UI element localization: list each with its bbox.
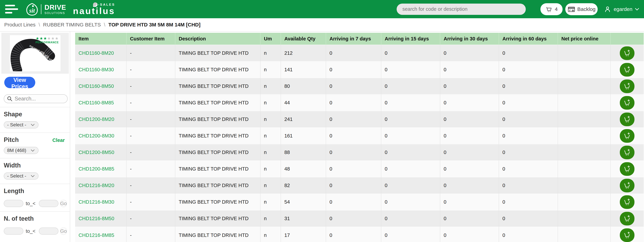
add-to-cart-button[interactable] (620, 96, 634, 110)
backlog-card-icon (568, 5, 575, 13)
filter-search-input[interactable] (15, 96, 62, 102)
table-row: CHD1160-8M50 - TIMING BELT TOP DRIVE HTD… (75, 78, 644, 95)
net-price-cell (558, 177, 610, 194)
user-menu[interactable]: egarden (604, 6, 639, 13)
length-min-input[interactable] (4, 200, 23, 207)
item-code-link[interactable]: CHD1160-8M85 (78, 100, 114, 105)
add-to-cart-button[interactable] (620, 146, 634, 159)
arriving-60-cell: 0 (499, 210, 558, 227)
length-go-button[interactable]: Go (60, 200, 67, 207)
net-price-cell (558, 95, 610, 111)
col-available-qty: Available Qty (281, 33, 326, 45)
description-cell: TIMING BELT TOP DRIVE HTD (175, 45, 260, 61)
teeth-label: N. of teeth (4, 215, 34, 222)
available-qty-cell: 17 (281, 227, 326, 242)
item-code-link[interactable]: CHD1160-8M50 (78, 83, 114, 89)
filter-search-box[interactable] (4, 94, 68, 103)
net-price-cell (558, 194, 610, 210)
available-qty-cell: 31 (281, 210, 326, 227)
item-code-link[interactable]: CHD1200-8M50 (78, 150, 114, 155)
width-label: Width (4, 162, 21, 169)
net-price-cell (558, 144, 610, 161)
add-to-cart-button[interactable] (620, 129, 634, 143)
shape-select[interactable]: - Select - (4, 121, 38, 128)
arriving-15-cell: 0 (381, 144, 440, 161)
description-cell: TIMING BELT TOP DRIVE HTD (175, 95, 260, 111)
filter-section-pitch: Pitch Clear 8M (468) (0, 132, 70, 158)
add-to-cart-button[interactable] (620, 179, 634, 192)
arriving-60-cell: 0 (499, 45, 558, 61)
item-code-link[interactable]: CHD1216-8M20 (78, 183, 114, 188)
arriving-7-cell: 0 (326, 128, 381, 144)
arriving-60-cell: 0 (499, 194, 558, 210)
product-table-area: Item Customer Item Description Um Availa… (70, 32, 644, 242)
breadcrumb-category[interactable]: RUBBER TIMING BELTS (43, 22, 101, 28)
customer-item-cell: - (126, 177, 175, 194)
arriving-7-cell: 0 (326, 177, 381, 194)
filter-section-length: Length to_< Go (0, 184, 70, 211)
pitch-clear-link[interactable]: Clear (52, 137, 65, 143)
arriving-30-cell: 0 (440, 177, 499, 194)
hamburger-menu-icon[interactable] (5, 5, 19, 14)
search-input[interactable] (396, 4, 526, 15)
table-row: CHD1200-8M30 - TIMING BELT TOP DRIVE HTD… (75, 128, 644, 144)
arriving-30-cell: 0 (440, 45, 499, 61)
teeth-min-input[interactable] (4, 227, 23, 235)
available-qty-cell: 88 (281, 144, 326, 161)
arriving-60-cell: 0 (499, 78, 558, 95)
breadcrumb-product-lines[interactable]: Product Lines (4, 22, 36, 28)
cart-plus-icon (623, 65, 632, 74)
item-code-link[interactable]: CHD1160-8M20 (78, 50, 114, 56)
item-code-link[interactable]: CHD1200-8M30 (78, 133, 114, 138)
description-cell: TIMING BELT TOP DRIVE HTD (175, 111, 260, 128)
width-select[interactable]: - Select - (4, 172, 38, 180)
backlog-label: Backlog (578, 6, 596, 12)
add-to-cart-button[interactable] (620, 195, 634, 209)
teeth-go-button[interactable]: Go (60, 227, 67, 235)
cart-plus-icon (623, 115, 632, 124)
table-row: CHD1216-8M50 - TIMING BELT TOP DRIVE HTD… (75, 210, 644, 227)
arriving-30-cell: 0 (440, 227, 499, 242)
add-to-cart-button[interactable] (620, 113, 634, 126)
net-price-cell (558, 227, 610, 242)
add-to-cart-button[interactable] (620, 162, 634, 176)
cart-button[interactable]: 4 (540, 3, 562, 15)
performance-stars: ★★★★★★ (36, 36, 59, 41)
teeth-max-input[interactable] (39, 227, 58, 235)
item-code-link[interactable]: CHD1216-8M50 (78, 216, 114, 221)
breadcrumb-separator: \ (104, 22, 105, 28)
net-price-cell (558, 128, 610, 144)
user-icon (604, 6, 611, 13)
length-max-input[interactable] (39, 200, 58, 207)
arriving-15-cell: 0 (381, 161, 440, 177)
arriving-60-cell: 0 (499, 227, 558, 242)
um-cell: n (260, 45, 281, 61)
item-code-link[interactable]: CHD1216-8M85 (78, 232, 114, 238)
cart-plus-icon (623, 49, 632, 58)
add-to-cart-button[interactable] (620, 228, 634, 242)
add-to-cart-button[interactable] (620, 80, 634, 93)
add-to-cart-button[interactable] (620, 46, 634, 60)
backlog-button[interactable]: Backlog (565, 3, 598, 15)
pitch-select[interactable]: 8M (468) (4, 147, 38, 154)
cart-plus-icon (623, 131, 632, 140)
filter-section-width: Width - Select - (0, 158, 70, 184)
net-price-cell (558, 111, 610, 128)
description-cell: TIMING BELT TOP DRIVE HTD (175, 61, 260, 78)
arriving-7-cell: 0 (326, 227, 381, 242)
available-qty-cell: 48 (281, 161, 326, 177)
item-code-link[interactable]: CHD1160-8M30 (78, 67, 114, 72)
item-code-link[interactable]: CHD1200-8M85 (78, 166, 114, 172)
add-to-cart-button[interactable] (620, 212, 634, 225)
item-code-link[interactable]: CHD1200-8M20 (78, 116, 114, 122)
view-prices-button[interactable]: View Prices (4, 77, 35, 88)
item-code-link[interactable]: CHD1216-8M30 (78, 199, 114, 205)
customer-item-cell: - (126, 61, 175, 78)
arriving-15-cell: 0 (381, 78, 440, 95)
available-qty-cell: 54 (281, 194, 326, 210)
arriving-15-cell: 0 (381, 227, 440, 242)
add-to-cart-button[interactable] (620, 63, 634, 77)
arriving-60-cell: 0 (499, 144, 558, 161)
arriving-7-cell: 0 (326, 45, 381, 61)
table-row: CHD1216-8M20 - TIMING BELT TOP DRIVE HTD… (75, 177, 644, 194)
